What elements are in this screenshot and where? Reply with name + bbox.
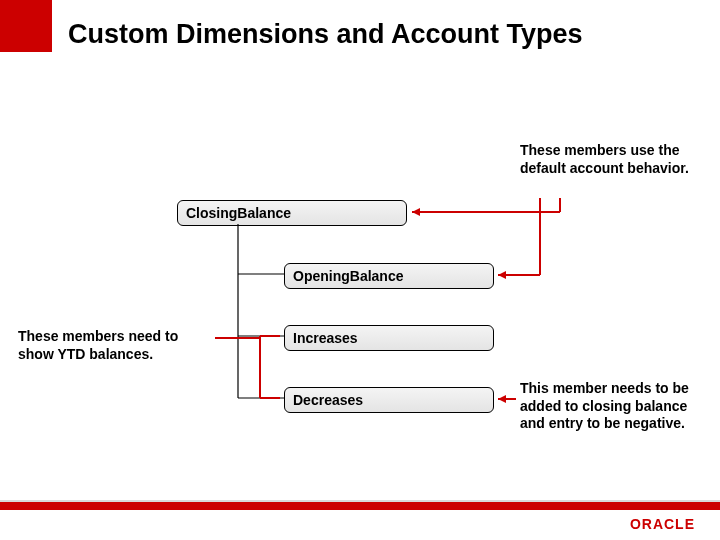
footer-accent-bar bbox=[0, 502, 720, 510]
node-decreases: Decreases bbox=[284, 387, 494, 413]
caption-negative-entry: This member needs to be added to closing… bbox=[520, 380, 705, 433]
brand-accent-square bbox=[0, 0, 52, 52]
node-opening-balance: OpeningBalance bbox=[284, 263, 494, 289]
node-increases: Increases bbox=[284, 325, 494, 351]
caption-ytd-balances: These members need to show YTD balances. bbox=[18, 328, 213, 363]
caption-default-behavior: These members use the default account be… bbox=[520, 142, 695, 177]
slide-title: Custom Dimensions and Account Types bbox=[68, 18, 648, 50]
node-closing-balance: ClosingBalance bbox=[177, 200, 407, 226]
svg-marker-6 bbox=[412, 208, 420, 216]
svg-marker-16 bbox=[498, 395, 506, 403]
brand-logo: ORACLE bbox=[630, 516, 695, 532]
svg-marker-9 bbox=[498, 271, 506, 279]
